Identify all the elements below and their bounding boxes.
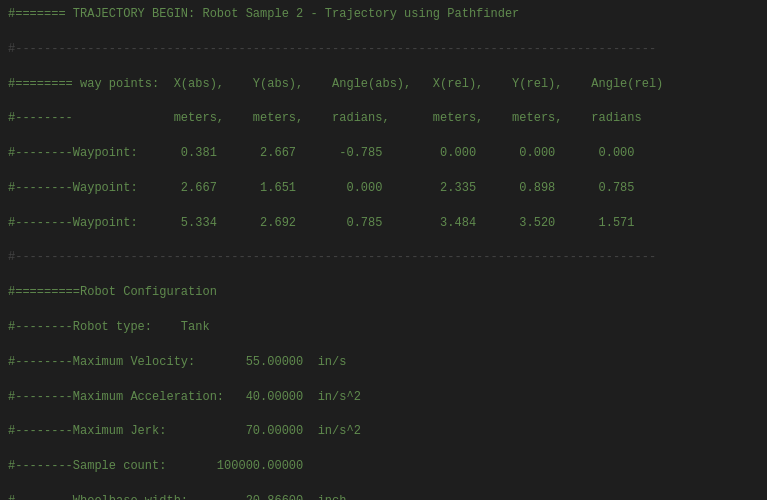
terminal-line: #--------Maximum Acceleration: 40.00000 …: [8, 389, 759, 406]
terminal-line: #======== way points: X(abs), Y(abs), An…: [8, 76, 759, 93]
terminal-line: #======= TRAJECTORY BEGIN: Robot Sample …: [8, 6, 759, 23]
terminal-line: #---------------------------------------…: [8, 41, 759, 58]
terminal-line: #--------Waypoint: 5.334 2.692 0.785 3.4…: [8, 215, 759, 232]
terminal-line: #--------Robot type: Tank: [8, 319, 759, 336]
terminal-line: #---------------------------------------…: [8, 249, 759, 266]
terminal-line: #--------Wheelbase width: 20.86600 inch: [8, 493, 759, 500]
terminal-line: #--------Waypoint: 2.667 1.651 0.000 2.3…: [8, 180, 759, 197]
terminal-line: #--------Maximum Velocity: 55.00000 in/s: [8, 354, 759, 371]
terminal-line: #=========Robot Configuration: [8, 284, 759, 301]
terminal-line: #-------- meters, meters, radians, meter…: [8, 110, 759, 127]
terminal-line: #--------Maximum Jerk: 70.00000 in/s^2: [8, 423, 759, 440]
terminal-line: #--------Waypoint: 0.381 2.667 -0.785 0.…: [8, 145, 759, 162]
terminal-line: #--------Sample count: 100000.00000: [8, 458, 759, 475]
terminal-output[interactable]: #======= TRAJECTORY BEGIN: Robot Sample …: [0, 0, 767, 500]
